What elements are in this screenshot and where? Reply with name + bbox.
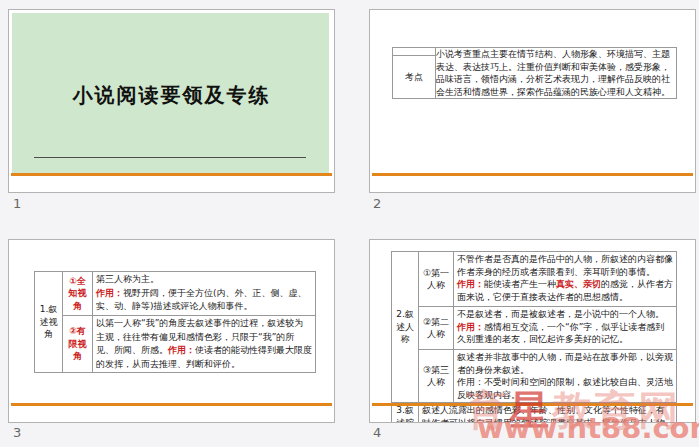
slide-thumbnail-1[interactable]: 小说阅读要领及专练 <box>8 9 335 193</box>
table-row: ②第二人称 不是叙述者，而是被叙述者，是小说中的一个人物。作用：感情相互交流，一… <box>392 307 677 350</box>
slide-number-4: 4 <box>373 425 381 440</box>
effect-label: 作用： <box>457 279 484 289</box>
table-row: 1.叙述视角 ①全知视角 第三人称为主。作用：视野开阔，便于全方位(内、外、正、… <box>35 272 316 316</box>
effect-label: 作用： <box>457 377 484 387</box>
second-person-text: 不是叙述者，而是被叙述者，是小说中的一个人物。作用：感情相互交流，一个“你”字，… <box>454 307 677 350</box>
effect-text: 感情相互交流，一个“你”字，似乎让读者感到久别重逢的老友，回忆起许多美好的记忆。 <box>457 322 664 345</box>
third-person-label: ③第三人称 <box>419 350 454 403</box>
effect-label: 作用： <box>96 288 123 298</box>
desc-text: 不管作者是否真的是作品中的人物，所叙述的内容都像作者亲身的经历或者亲眼看到、亲耳… <box>457 254 673 277</box>
slide-accent-bar <box>11 173 332 176</box>
second-person-label: ②第二人称 <box>419 307 454 350</box>
limited-view-label: ②有限视角 <box>63 316 93 373</box>
desc-text: 叙述者并非故事中的人物，而是站在故事外部，以旁观者的身份来叙述。 <box>457 352 673 375</box>
category-cell: 1.叙述视角 <box>35 272 63 373</box>
first-person-text: 不管作者是否真的是作品中的人物，所叙述的内容都像作者亲身的经历或者亲眼看到、亲耳… <box>454 252 677 307</box>
exam-points-text: 小说考查重点主要在情节结构、人物形象、环境描写、主题表达、表达技巧上。注重价值判… <box>436 48 677 99</box>
table-row: ③第三人称 叙述者并非故事中的人物，而是站在故事外部，以旁观者的身份来叙述。作用… <box>392 350 677 403</box>
slide-number-3: 3 <box>13 425 21 440</box>
effect-text: 不受时间和空间的限制，叙述比较自由、灵活地反映客观内容。 <box>457 377 673 400</box>
slide-thumbnail-4[interactable]: 2.叙述人称 ①第一人称 不管作者是否真的是作品中的人物，所叙述的内容都像作者亲… <box>369 239 696 423</box>
effect-label: 作用： <box>168 345 195 355</box>
slide-accent-bar <box>372 403 693 406</box>
desc-text: 不是叙述者，而是被叙述者，是小说中的一个人物。 <box>457 309 664 319</box>
slide-sorter-page: 小说阅读要领及专练 1 小说考查重点主要在情节结构、人物形象、环境描写、主题表达… <box>0 0 699 447</box>
presentation-title: 小说阅读要领及专练 <box>9 82 334 109</box>
omniscient-view-label: ①全知视角 <box>63 272 93 316</box>
effect-label: 作用： <box>457 322 484 332</box>
desc-text: 第三人称为主。 <box>96 274 159 284</box>
slide-number-2: 2 <box>373 196 381 211</box>
exam-points-header: 考点 <box>393 56 436 99</box>
limited-view-text: 以第一人称“我”的角度去叙述事件的过程，叙述较为主观，往往带有偏见和感情色彩，只… <box>93 316 316 373</box>
slide-thumbnail-3[interactable]: 1.叙述视角 ①全知视角 第三人称为主。作用：视野开阔，便于全方位(内、外、正、… <box>8 239 335 423</box>
slide-accent-bar <box>372 173 693 176</box>
narrative-person-table: 2.叙述人称 ①第一人称 不管作者是否真的是作品中的人物，所叙述的内容都像作者亲… <box>391 251 677 423</box>
table-row: 2.叙述人称 ①第一人称 不管作者是否真的是作品中的人物，所叙述的内容都像作者亲… <box>392 252 677 307</box>
exam-points-table: 小说考查重点主要在情节结构、人物形象、环境描写、主题表达、表达技巧上。注重价值判… <box>392 47 677 99</box>
slide-accent-bar <box>11 403 332 406</box>
effect-highlight: 真实、亲切 <box>556 279 601 289</box>
omniscient-view-text: 第三人称为主。作用：视野开阔，便于全方位(内、外、正、侧、虚、实、动、静等)描述… <box>93 272 316 316</box>
effect-text: 视野开阔，便于全方位(内、外、正、侧、虚、实、动、静等)描述或评论人物和事件。 <box>96 288 307 312</box>
title-underline <box>34 157 306 158</box>
category-cell: 2.叙述人称 <box>392 252 419 403</box>
first-person-label: ①第一人称 <box>419 252 454 307</box>
empty-cell <box>393 48 436 56</box>
slide-thumbnail-2[interactable]: 小说考查重点主要在情节结构、人物形象、环境描写、主题表达、表达技巧上。注重价值判… <box>369 9 696 193</box>
effect-text: 能使读者产生一种 <box>484 279 556 289</box>
third-person-text: 叙述者并非故事中的人物，而是站在故事外部，以旁观者的身份来叙述。作用：不受时间和… <box>454 350 677 403</box>
narrative-perspective-table: 1.叙述视角 ①全知视角 第三人称为主。作用：视野开阔，便于全方位(内、外、正、… <box>34 271 316 373</box>
table-row: 小说考查重点主要在情节结构、人物形象、环境描写、主题表达、表达技巧上。注重价值判… <box>393 48 677 56</box>
slide-number-1: 1 <box>13 196 21 211</box>
table-row: ②有限视角 以第一人称“我”的角度去叙述事件的过程，叙述较为主观，往往带有偏见和… <box>35 316 316 373</box>
